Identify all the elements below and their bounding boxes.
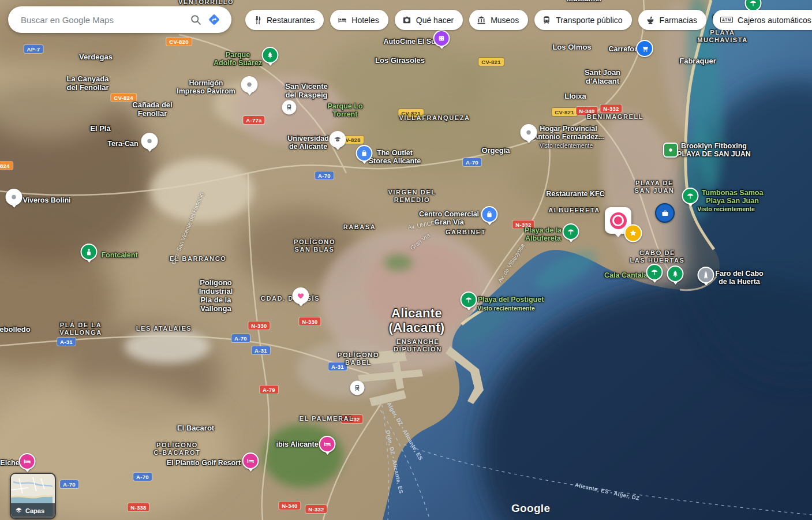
road-shield-a-70: A-70 — [315, 171, 334, 179]
tree-icon — [262, 47, 279, 63]
cdad-de-asis-pin[interactable] — [293, 287, 309, 309]
map-label-viveros-bolini[interactable]: Viveros Bolini — [23, 196, 70, 204]
search-input[interactable] — [8, 15, 186, 25]
hotel-icon — [338, 16, 347, 25]
road-shield-cv-820: CV-820 — [166, 38, 192, 46]
map-label-san-vicente-del-raspeig[interactable]: San Vicentedel Raspeig — [285, 83, 327, 100]
chip-museos[interactable]: Museos — [469, 10, 528, 30]
map-label-brooklyn-fitboxing-playa-de-san-juan[interactable]: Brooklyn FitboxingPLAYA DE SAN JUAN — [677, 142, 751, 159]
map-label-el-palmeral: EL PALMERAL — [300, 415, 354, 422]
map-label-cala-cantalar[interactable]: Cala Cantalar — [604, 271, 650, 279]
work-label-pin[interactable] — [655, 203, 675, 223]
map-label-fontcalent[interactable]: Fontcalent — [101, 251, 137, 259]
search-icon[interactable] — [186, 10, 205, 29]
umbrella-icon — [563, 223, 579, 240]
cc-gran-via-pin[interactable] — [481, 206, 498, 228]
map-label-orgegia[interactable]: Orgegia — [481, 147, 510, 155]
bag-icon — [481, 206, 498, 223]
parque-adolfo-suarez-pin[interactable] — [262, 47, 279, 69]
map-label-ebolledo[interactable]: ebolledo — [0, 326, 31, 334]
map-label-pl-de-la-vallonga: PLÁ DE LAVALLONGA — [59, 321, 102, 336]
fontcalent-pin[interactable] — [81, 244, 98, 265]
map-label-playa-del-postiguet[interactable]: Playa del Postiguet — [478, 295, 544, 304]
map-label-autocine-el-sur[interactable]: AutoCine El Sur — [383, 38, 438, 46]
map-label-ibis-alicante[interactable]: ibis Alicante — [276, 440, 318, 448]
directions-icon[interactable] — [205, 10, 223, 29]
bag-icon — [356, 145, 373, 162]
map-label-elche[interactable]: Elche — [0, 459, 19, 467]
hormigon-pavirom-pin[interactable] — [241, 76, 258, 98]
brooklyn-fitboxing-pin[interactable] — [663, 143, 678, 158]
chip-hoteles[interactable]: Hoteles — [330, 10, 388, 30]
map-label-visto-recientemente: Visto recientemente — [697, 205, 755, 212]
cabo-park-pin[interactable] — [667, 265, 684, 287]
road-shield-cv-821: CV-821 — [552, 108, 577, 116]
map-label-hogar-provincial-antonio-fern-ndez[interactable]: Hogar ProvincialAntonio Fernández... — [533, 125, 604, 141]
chip-restaurantes[interactable]: Restaurantes — [245, 10, 324, 30]
map-label-pol-gono-industrial-pla-de-la-vallonga[interactable]: PolígonoIndustrialPla de laVallonga — [199, 279, 233, 313]
carrefour-pin[interactable] — [636, 40, 653, 57]
elche-hotel-pin[interactable] — [19, 453, 36, 475]
chip-cajeros-autom-ticos[interactable]: ATMCajeros automáticos — [713, 10, 812, 30]
san-vicente-station-icon[interactable] — [282, 100, 297, 115]
map-label-hormig-n-impreso-pavirom[interactable]: HormigónImpreso Pavirom — [177, 79, 235, 96]
map-label-rabasa: RABASA — [343, 223, 376, 231]
hogar-provincial-pin[interactable] — [521, 124, 537, 146]
map-label-mutxamel[interactable]: Mutxamel — [567, 0, 601, 3]
map-label-faro-del-cabo-de-la-huerta[interactable]: Faro del Cabode la Huerta — [715, 270, 763, 286]
map-label-ca-ada-del-fenollar[interactable]: Cañada delFenollar — [132, 101, 172, 118]
universidad-alicante-pin[interactable] — [330, 131, 346, 153]
starred-place-pin[interactable] — [624, 225, 642, 242]
alicante-station-icon[interactable] — [350, 381, 365, 395]
map-label-restaurante-kfc[interactable]: Restaurante KFC — [546, 190, 604, 198]
layers-control[interactable]: Capas — [10, 473, 56, 519]
map-label-universidad-de-alicante[interactable]: Universidadde Alicante — [287, 134, 329, 151]
train-icon — [350, 381, 365, 395]
map-label-or-n-dz-alicante-es: Orán, DZ - Alicante, ES — [384, 429, 404, 494]
map-label-los-girasoles[interactable]: Los Girasoles — [375, 57, 425, 65]
autocine-el-sur-pin[interactable] — [433, 30, 450, 52]
chip-label: Restaurantes — [267, 16, 315, 25]
cala-cantalar-pin[interactable] — [646, 264, 663, 286]
map-label-playa-de-la-albufereta[interactable]: Playa de laAlbufereta — [525, 226, 562, 243]
map-canvas[interactable]: AP-7CV-820CV-824CV-824A-77aCV-828CV-821C… — [0, 0, 812, 520]
ibis-alicante-pin[interactable] — [319, 436, 336, 458]
map-label-parque-lo-torrent[interactable]: Parque LoTorrent — [327, 102, 362, 119]
cart-icon — [636, 40, 653, 57]
map-label-verdegas[interactable]: Verdegas — [79, 53, 113, 62]
chip-qu-hacer[interactable]: Qué hacer — [395, 10, 463, 30]
dot-gray-icon — [241, 76, 258, 93]
faro-cabo-huerta-pin[interactable] — [698, 267, 714, 289]
road-shield-n-340: N-340 — [279, 502, 300, 510]
chip-transporte-p-blico[interactable]: Transporte público — [534, 10, 631, 30]
road-shield-ap-7: AP-7 — [24, 45, 43, 53]
outlet-stores-pin[interactable] — [356, 145, 373, 167]
map-label-lloixa[interactable]: Lloixa — [564, 92, 586, 101]
playa-albufereta-pin[interactable] — [563, 223, 579, 245]
map-label-el-pl[interactable]: El Plá — [90, 125, 110, 133]
map-label-tumbonas-samoa-playa-san-juan[interactable]: Tumbonas SamoaPlaya San Juan — [702, 189, 764, 205]
viveros-bolini-pin[interactable] — [6, 189, 23, 211]
tumbonas-samoa-pin[interactable] — [682, 188, 699, 210]
map-label-los-olmos[interactable]: Los Olmos — [552, 43, 591, 52]
map-label-alicante-alacant[interactable]: Alicante(Alacant) — [389, 306, 445, 335]
film-icon — [433, 30, 450, 47]
map-label-fabraquer[interactable]: Fabraquer — [679, 57, 716, 66]
road-shield-n-332: N-332 — [600, 104, 622, 113]
road-shield-n-332: N-332 — [305, 505, 327, 513]
playa-postiguet-pin[interactable] — [461, 291, 477, 313]
map-label-the-outlet-stores-alicante[interactable]: The OutletStores Alicante — [369, 149, 421, 166]
search-bar[interactable] — [8, 6, 231, 33]
pharmacy-icon — [646, 16, 655, 25]
el-plantio-pin[interactable] — [242, 452, 259, 474]
map-label-tera-can[interactable]: Tera-Can — [107, 140, 138, 148]
chip-farmacias[interactable]: Farmacias — [638, 10, 706, 30]
map-label-parque-adolfo-su-rez[interactable]: ParqueAdolfo Suárez — [214, 51, 262, 68]
map-label-el-plant-o-golf-resort[interactable]: El Plantío Golf Resort — [167, 459, 241, 467]
map-label-el-bacarot[interactable]: El Bacarot — [177, 424, 214, 433]
map-label-la-canyada-del-fenollar[interactable]: La Canyadadel Fenollar — [67, 75, 109, 92]
road-shield-n-330: N-330 — [248, 321, 270, 330]
transit-icon — [542, 16, 551, 25]
tera-can-pin[interactable] — [141, 133, 158, 155]
map-label-sant-joan-d-alacant[interactable]: Sant Joand'Alacant — [585, 69, 620, 86]
